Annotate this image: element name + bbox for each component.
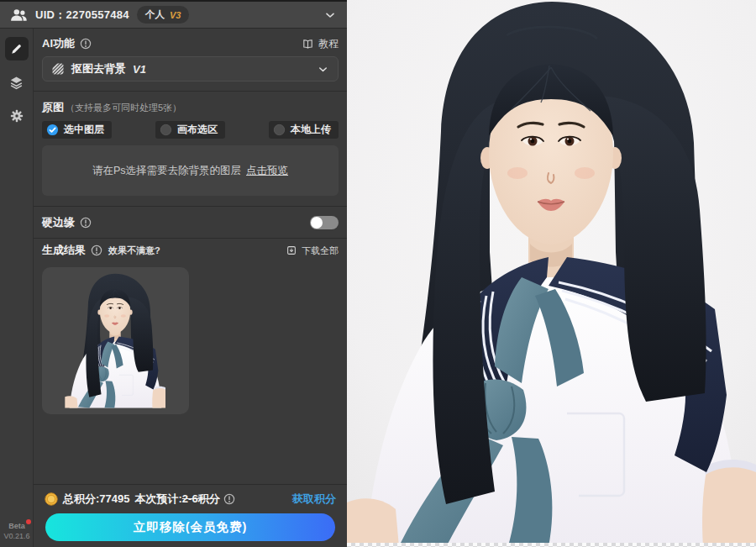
tab-settings[interactable] [5,104,29,128]
estimate-value-struck: 2-6积分 [182,492,220,505]
plan-name: 个人 [145,8,165,21]
tutorial-button[interactable]: 教程 [302,37,339,51]
download-all-label: 下载全部 [302,245,339,257]
tool-rail: Beta V0.21.6 [0,29,34,547]
credits-bar: 总积分:77495 本次预计:2-6积分 获取积分 [42,485,339,513]
tab-edit-tools[interactable] [5,37,29,60]
remove-background-button[interactable]: 立即移除(会员免费) [45,513,335,541]
results-section-title: 生成结果 [42,243,86,258]
source-hint: （支持最多可同时处理5张） [66,102,181,114]
account-chevron-down-icon[interactable] [323,8,337,22]
book-icon [302,38,314,50]
panel-content: AI功能 教程 [34,29,347,547]
estimate-points: 本次预计:2-6积分 [135,492,220,507]
layers-icon [8,75,24,91]
get-points-link[interactable]: 获取积分 [292,492,336,507]
check-circle-icon [46,124,59,136]
ai-section-title: AI功能 [42,36,75,51]
empty-state-text: 请在Ps选择需要去除背景的图层 [92,164,241,178]
download-all-button[interactable]: 下载全部 [286,245,339,257]
ai-info-icon[interactable] [80,38,92,50]
matting-function-icon [51,62,65,76]
coin-icon [45,492,58,506]
version-number: V0.21.6 [3,532,29,540]
feedback-link[interactable]: 效果不满意? [108,245,160,257]
credits-info-icon[interactable] [223,493,235,505]
plan-badge[interactable]: 个人 V3 [137,6,189,24]
hard-edge-title: 硬边缘 [42,215,75,230]
radio-circle-icon [273,124,286,136]
transparency-strip [347,543,756,547]
divider [34,91,347,92]
function-name: 抠图去背景 [71,61,126,76]
tab-layers[interactable] [5,71,29,94]
dropdown-chevron-down-icon [317,63,329,76]
function-dropdown[interactable]: 抠图去背景 V1 [42,56,339,82]
portrait-photo [347,0,756,547]
radio-circle-icon [160,124,172,136]
function-version: V1 [133,63,146,76]
source-section-title: 原图 [42,100,64,115]
plan-version: V3 [170,10,181,20]
plugin-panel: UID：2270557484 个人 V3 [0,0,347,547]
beta-red-dot [26,519,31,524]
results-info-icon[interactable] [91,245,102,256]
total-points: 总积分:77495 [63,492,130,507]
preview-link[interactable]: 点击预览 [246,164,288,178]
tutorial-label: 教程 [318,37,339,51]
version-info: Beta V0.21.6 [0,521,36,541]
pen-icon [9,42,24,56]
app-window: UID：2270557484 个人 V3 [0,0,756,547]
user-account-icon [10,8,28,22]
option-canvas-selection[interactable]: 画布选区 [155,121,225,139]
source-empty-state: 请在Ps选择需要去除背景的图层 点击预览 [42,145,339,196]
toggle-knob [311,217,323,229]
option-local-upload[interactable]: 本地上传 [269,121,339,139]
download-icon [286,245,297,256]
account-bar: UID：2270557484 个人 V3 [0,0,347,29]
result-thumbnail[interactable] [42,267,189,414]
beta-label: Beta [8,521,25,531]
option-selected-layer[interactable]: 选中图层 [42,121,112,139]
source-options: 选中图层 画布选区 本地上传 [42,121,339,139]
hard-edge-info-icon[interactable] [80,217,92,229]
hard-edge-toggle[interactable] [310,216,339,229]
uid-label: UID：2270557484 [35,8,129,23]
gear-icon [9,108,24,124]
